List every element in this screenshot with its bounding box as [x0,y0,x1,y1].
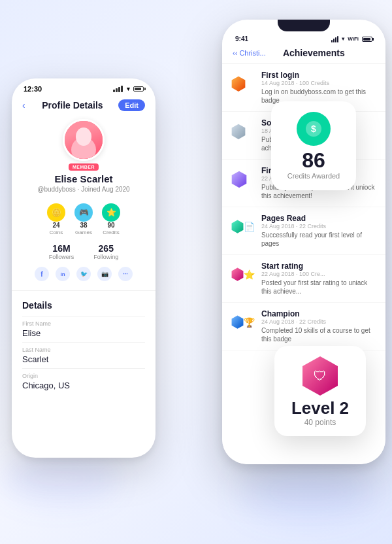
signal-icons-right: ▾ WiFi [331,36,372,42]
first-name-label: First Name [22,320,145,327]
more-icon[interactable]: ··· [118,267,133,281]
achievement-badge-pages-read: 📄 [231,214,255,240]
avatar-image [65,121,103,159]
phone-left: 12:30 ▾ ‹ Profile Details [12,78,155,458]
svg-marker-3 [232,220,244,233]
stat-games: 🎮 38 Games [74,203,93,235]
instagram-icon[interactable]: 📷 [97,267,112,281]
shadow-blob-right [242,466,372,518]
level-points: 40 points [304,418,336,427]
coins-icon: 🪙 [47,203,65,222]
time-right: 9:41 [235,35,248,42]
achievement-info-pages-read: Pages Read 24 Aug 2018 · 22 Credits Succ… [261,214,376,248]
credits-awarded-label: Credits Awarded [287,172,340,180]
list-item: 🏆 Champion 24 Aug 2018 · 22 Credits Comp… [222,303,385,350]
level-text: Level 2 [291,400,349,416]
achievement-badge-champion: 🏆 [231,309,255,335]
level-badge: 🛡 [301,355,339,397]
achievements-header: ‹ ‹ Christi... Achievements [222,44,385,64]
details-section: Details First Name Elise Last Name Scarl… [12,295,155,396]
list-item: ⭐ Start rating 22 Aug 2018 · 100 Cre... … [222,255,385,303]
last-name-value: Scarlet [22,354,145,364]
first-name-value: Elise [22,328,145,338]
first-post-icon: ✏ [247,174,255,184]
champion-icon: 🏆 [244,317,255,328]
back-button-left[interactable]: ‹ [22,100,27,110]
games-label: Games [75,230,92,235]
achievement-desc: Posted your first star rating to uniack … [261,279,376,296]
scene: 12:30 ▾ ‹ Profile Details [0,0,392,544]
svg-marker-1 [232,124,246,139]
profile-section: MEMBER Elise Scarlet @buddyboss · Joined… [12,116,155,198]
achievement-badge-start-rating: ⭐ [231,262,255,288]
field-origin: Origin Chicago, US [22,373,145,390]
followers-label: Followers [49,254,74,260]
field-first-name: First Name Elise [22,320,145,338]
credits-value: 90 [107,222,114,229]
followers-count: 16M [49,243,74,254]
achievement-date: 14 Aug 2018 · 100 Credits [261,80,376,86]
edit-button[interactable]: Edit [118,99,145,111]
member-badge: MEMBER [69,163,99,171]
phone-left-inner: 12:30 ▾ ‹ Profile Details [12,78,155,458]
achievement-info-start-rating: Start rating 22 Aug 2018 · 100 Cre... Po… [261,262,376,296]
svg-text:$: $ [311,124,316,134]
credits-label-left: Credits [103,230,119,235]
following-item: 265 Following [93,243,118,260]
achievement-name: Champion [261,309,376,318]
origin-value: Chicago, US [22,381,145,390]
followers-item: 16M Followers [49,243,74,260]
achievement-desc: Successfully read your first level of pa… [261,231,376,248]
svg-marker-4 [232,268,244,281]
followers-row: 16M Followers 265 Following [12,241,155,263]
pages-read-icon: 📄 [244,222,255,232]
joined-date: Joined Aug 2020 [81,186,130,193]
achievement-name: First login [261,71,376,80]
level-card: 🛡 Level 2 40 points [274,346,366,436]
achievement-badge-first-post: ✏ [231,166,255,192]
svg-marker-0 [232,76,246,91]
details-heading: Details [22,300,145,311]
credits-number: 86 [302,150,325,171]
achievements-title: Achievements [253,48,375,58]
divider-1 [22,316,145,316]
level-shield-icon: 🛡 [314,369,327,384]
money-icon: $ [304,120,323,138]
time-left: 12:30 [24,85,42,93]
achievement-name: Pages Read [261,214,376,223]
field-last-name: Last Name Scarlet [22,347,145,364]
shadow-blob-left [0,452,118,505]
signal-icons-left: ▾ [113,86,144,92]
chevron-left-icon: ‹ [22,100,25,110]
svg-marker-2 [232,171,247,187]
list-item: 📄 Pages Read 24 Aug 2018 · 22 Credits Su… [222,207,385,255]
achievement-badge-social-friend: 🛡 [231,118,255,144]
linkedin-icon[interactable]: in [56,267,70,281]
facebook-icon[interactable]: f [35,267,49,281]
stat-credits: ⭐ 90 Credits [102,203,120,235]
profile-meta: @buddyboss · Joined Aug 2020 [37,186,129,193]
avatar [63,119,105,161]
start-rating-icon: ⭐ [244,269,255,280]
achievement-badge-first-login: 🛡 [231,71,255,97]
credits-icon-left: ⭐ [102,203,120,222]
svg-marker-5 [232,316,244,329]
achievement-name: Start rating [261,262,376,271]
divider-3 [22,368,145,369]
divider-2 [22,342,145,343]
achievement-info-first-login: First login 14 Aug 2018 · 100 Credits Lo… [261,71,376,105]
divider-main [12,290,155,291]
coins-label: Coins [50,230,63,235]
notch [278,20,330,31]
last-name-label: Last Name [22,347,145,353]
first-login-icon: 🛡 [246,78,255,89]
stat-coins: 🪙 24 Coins [47,203,65,235]
games-icon: 🎮 [74,203,93,222]
achievement-date: 22 Aug 2018 · 100 Cre... [261,271,376,277]
achievement-date: 24 Aug 2018 · 22 Credits [261,223,376,230]
header-left: ‹ Profile Details Edit [12,95,155,116]
status-bar-left: 12:30 ▾ [12,78,155,95]
achievement-date: 24 Aug 2018 · 22 Credits [261,318,376,325]
social-friend-icon: 🛡 [246,126,255,137]
twitter-icon[interactable]: 🐦 [76,267,91,281]
